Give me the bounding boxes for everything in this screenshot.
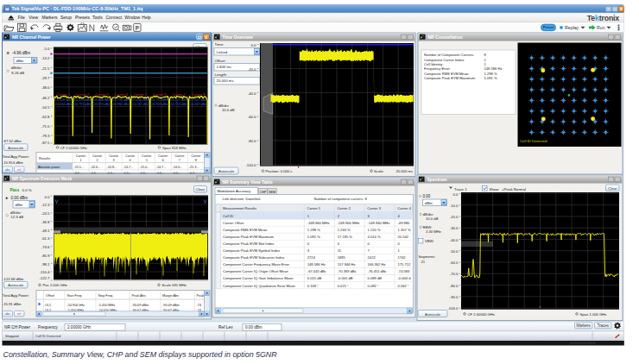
svg-text:-10.0: -10.0 (450, 204, 459, 208)
svg-text:Carrier 7: Carrier 7 (172, 92, 186, 97)
svg-text:-73.6: -73.6 (41, 245, 50, 249)
svg-text:-87.5: -87.5 (41, 141, 50, 145)
svg-text:-49.1: -49.1 (41, 229, 50, 233)
svg-text:Pos 2.000 GHz: Pos 2.000 GHz (43, 283, 67, 287)
svg-text:x: x (620, 6, 623, 11)
svg-text:-24.5: -24.5 (41, 211, 50, 216)
svg-text:Autoscale: Autoscale (425, 312, 441, 317)
svg-text:1.00 MHz: 1.00 MHz (426, 229, 442, 234)
svg-text:0.0: 0.0 (251, 43, 257, 47)
svg-text:dB/div:: dB/div: (423, 212, 434, 217)
svg-text:Tek SignalVu-PC - DL-FDD-100MH: Tek SignalVu-PC - DL-FDD-100MHz-CC-8-30k… (12, 6, 143, 11)
svg-text:-50.0: -50.0 (450, 249, 459, 254)
svg-text:-24.695 dBm: -24.695 dBm (73, 98, 92, 102)
svg-text:0.169 °: 0.169 ° (307, 284, 319, 288)
svg-text:Markers: Markers (42, 15, 59, 20)
svg-text:Carrier 3: Carrier 3 (367, 206, 381, 210)
svg-text:VBW:: VBW: (425, 239, 434, 243)
svg-text:-24.796 dBm: -24.796 dBm (111, 98, 130, 102)
svg-text:Carrier 6: Carrier 6 (153, 92, 167, 97)
svg-text:Frequency: Frequency (38, 325, 58, 329)
svg-text:OL1: OL1 (45, 304, 51, 307)
svg-text:1.600 ms: 1.600 ms (217, 65, 233, 69)
svg-text:-80.0: -80.0 (450, 284, 459, 288)
svg-text:-60.0: -60.0 (248, 115, 256, 119)
svg-text:Time Overview: Time Overview (223, 35, 253, 40)
svg-text:-12.3: -12.3 (41, 203, 50, 207)
svg-text:175.712: 175.712 (398, 262, 412, 267)
svg-text:-46.2: -46.2 (41, 96, 50, 100)
svg-text:Composite Peak EVM Subcarrier: Composite Peak EVM Subcarrier Index (223, 255, 284, 260)
svg-text:Setup: Setup (60, 15, 72, 20)
svg-text:166.362 Hz: 166.362 Hz (368, 262, 386, 267)
svg-text:Carrier 8: Carrier 8 (192, 92, 206, 97)
svg-text:Margin Abs: Margin Abs (162, 294, 179, 298)
svg-text:Preset: Preset (543, 25, 554, 29)
svg-text:4: 4 (130, 159, 131, 162)
svg-text:Frequency Error:: Frequency Error: (424, 66, 451, 71)
svg-text:Scale 631 MHz: Scale 631 MHz (162, 283, 187, 287)
svg-text:0.00: 0.00 (423, 194, 431, 198)
svg-text:Carrier 1: Carrier 1 (56, 92, 70, 97)
svg-text:Run: Run (597, 25, 605, 30)
svg-text:0.082 °: 0.082 ° (368, 284, 379, 288)
svg-text:-13.2: -13.2 (41, 56, 50, 60)
svg-text:-90.49 dBm: -90.49 dBm (162, 304, 180, 307)
svg-text:dBm: dBm (16, 59, 24, 63)
svg-text:-85.9: -85.9 (41, 254, 50, 258)
svg-text:Carrier 2: Carrier 2 (337, 206, 351, 210)
svg-text:-24.627 dBm: -24.627 dBm (169, 98, 188, 102)
svg-text:-25.347 dBm: -25.347 dBm (189, 98, 208, 102)
svg-text:Measurement Results: Measurement Results (223, 206, 256, 210)
svg-text:Presets: Presets (75, 15, 90, 20)
svg-text:4.014 %: 4.014 % (368, 235, 381, 239)
svg-text:Component Carrier IQ Quadratur: Component Carrier IQ Quadrature Error Me… (223, 284, 295, 288)
svg-text:-122.68 dBm: -122.68 dBm (3, 277, 23, 281)
svg-text:-62.8: -62.8 (41, 115, 50, 119)
svg-text:0.00 dBm: 0.00 dBm (11, 196, 28, 200)
svg-text:Span 1.000 GHz: Span 1.000 GHz (580, 312, 607, 317)
svg-text:Total Agg Power:: Total Agg Power: (3, 154, 29, 159)
svg-text:-25.528 dBm: -25.528 dBm (54, 98, 73, 102)
svg-text:Carrier 4: Carrier 4 (397, 206, 411, 210)
svg-text:Composite Peak EVM Slot Index: Composite Peak EVM Slot Index (223, 242, 274, 246)
svg-text:-20.0: -20.0 (450, 215, 459, 219)
svg-text:Offset: Offset (46, 294, 55, 298)
svg-text:-149.940 MHz: -149.940 MHz (368, 221, 390, 225)
svg-text:-24.791 dBm: -24.791 dBm (73, 103, 92, 106)
svg-text:NR CH Power: NR CH Power (4, 325, 31, 329)
svg-text:-70.393 dBc: -70.393 dBc (338, 269, 357, 273)
svg-text:abs: abs (5, 312, 10, 316)
svg-text:0.021 °: 0.021 ° (338, 284, 349, 288)
svg-text:-25.0...: -25.0... (140, 166, 149, 169)
svg-text:-40.0: -40.0 (450, 238, 459, 242)
svg-text:-98.1: -98.1 (41, 262, 50, 267)
svg-text:-24.7...: -24.7... (123, 166, 133, 169)
svg-text:8.26 dB: 8.26 dB (11, 71, 24, 75)
svg-text:Total Agg Power: Total Agg Power (3, 293, 29, 298)
svg-text:-60.0: -60.0 (450, 260, 459, 265)
svg-text:Time:: Time: (215, 42, 225, 47)
svg-text:2724: 2724 (307, 255, 316, 260)
svg-text:-80.0: -80.0 (248, 139, 256, 143)
svg-text:Cell ID Detected: Cell ID Detected (520, 139, 547, 143)
svg-text:Carrier Offset: Carrier Offset (223, 221, 244, 225)
svg-text:Spectrum: Spectrum (427, 177, 448, 182)
svg-text:Autoscale: Autoscale (218, 169, 235, 173)
svg-text:Component Carrier IQ Origin Of: Component Carrier IQ Origin Offset Mean (223, 269, 288, 273)
svg-text:Carrier: Carrier (92, 154, 103, 158)
svg-text:0.089 dB: 0.089 dB (368, 276, 383, 280)
svg-text:Pass: Pass (10, 188, 20, 192)
svg-text:8: 8 (195, 159, 197, 162)
svg-text:10.0 dB: 10.0 dB (222, 108, 235, 112)
svg-text:rel: rel (17, 312, 21, 316)
svg-text:Autoscale: Autoscale (8, 283, 24, 287)
svg-text:10.0 dB: 10.0 dB (426, 217, 439, 221)
svg-text:Tektronix: Tektronix (587, 14, 619, 22)
svg-text:0.015 dB: 0.015 dB (307, 276, 322, 280)
svg-text:P: P (136, 25, 140, 31)
svg-text:-90.0: -90.0 (450, 295, 459, 299)
svg-text:-24.974 dBm: -24.974 dBm (92, 103, 111, 106)
svg-text:dB/div:: dB/div: (11, 66, 22, 70)
svg-text:Component Carrier Frequency Me: Component Carrier Frequency Mean Error (223, 262, 290, 267)
